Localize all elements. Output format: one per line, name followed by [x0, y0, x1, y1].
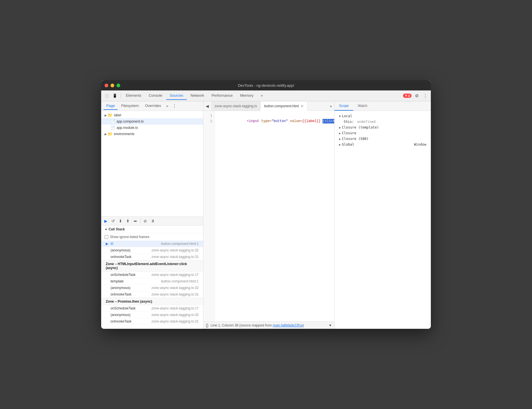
call-stack-row-anonymous-2[interactable]: ▶ (anonymous) zone-async-stack-tagging.t… — [101, 285, 203, 291]
minimize-button[interactable] — [111, 84, 114, 87]
tab-memory[interactable]: Memory — [237, 92, 257, 100]
zone-separator-htmlinput: Zone – HTMLInputElement.addEventListener… — [101, 260, 203, 272]
maximize-button[interactable] — [117, 84, 120, 87]
scope-closure-template-label: Closure (template) — [342, 125, 379, 129]
scope-global[interactable]: ▶ Global Window — [334, 142, 431, 147]
arrow-indicator-template: ▶ — [106, 279, 108, 283]
device-toolbar[interactable]: 📱 — [111, 92, 119, 99]
call-stack-row-i0[interactable]: ▶ i0 button.component.html:1 — [101, 241, 203, 247]
source-map-link[interactable]: main.fa8bfa0e23f1e — [273, 323, 303, 327]
call-stack-row-template[interactable]: ▶ template button.component.html:1 — [101, 278, 203, 285]
scope-closure[interactable]: ▶ Closure — [334, 130, 431, 136]
editor-tab-zone-tagging-label: zone-async-stack-tagging.ts — [215, 104, 257, 108]
deactivate-breakpoints-button[interactable]: ⊘ — [142, 218, 148, 224]
left-panel: Page Filesystem Overrides » ⋮ ▶ 📁 label … — [101, 101, 203, 329]
sub-tab-more[interactable]: » — [165, 103, 170, 109]
call-stack-panel: ▼ Call Stack Show ignore-listed frames ▶… — [101, 226, 203, 329]
sub-tab-filesystem[interactable]: Filesystem — [118, 102, 142, 110]
call-stack-row-oninvoketask-1[interactable]: ▶ onInvokeTask zone-async-stack-tagging.… — [101, 254, 203, 260]
window-title: DevTools - ng-devtools.netlify.app/ — [238, 83, 294, 88]
settings-button[interactable]: ⚙ — [414, 92, 420, 100]
row-file-i0: button.component.html:1 — [161, 242, 199, 246]
code-attr-value: value= — [288, 119, 302, 123]
scope-closure-template[interactable]: ▶ Closure (template) — [334, 125, 431, 130]
call-stack-row-onscheduletask-2[interactable]: ▶ onScheduleTask zone-async-stack-taggin… — [101, 305, 203, 312]
step-button[interactable]: ➡ — [132, 218, 138, 224]
arrow-indicator-invoke1: ▶ — [106, 255, 108, 259]
tab-performance[interactable]: Performance — [208, 92, 236, 100]
editor-tab-button-component-label: button.component.html — [264, 104, 299, 108]
ignore-frames-checkbox[interactable] — [105, 235, 108, 239]
call-stack-row-onscheduletask-1[interactable]: ▶ onScheduleTask zone-async-stack-taggin… — [101, 272, 203, 278]
row-file-anonymous-2: zone-async-stack-tagging.ts:32 — [151, 286, 199, 290]
code-editor[interactable]: <input type="button" value={{label}} (cl… — [215, 111, 334, 321]
scope-local-header[interactable]: ▼ Local — [334, 113, 431, 119]
arrow-indicator-schedule1: ▶ — [106, 273, 108, 277]
call-stack-row-oninvoketask-3[interactable]: ▶ onInvokeTask zone-async-stack-tagging.… — [101, 318, 203, 325]
editor-tab-button-component[interactable]: button.component.html ✕ — [261, 102, 307, 111]
debug-toolbar: ▶ ↺ ⬇ ⬆ ➡ ⊘ ⏸ — [101, 216, 203, 226]
scope-global-arrow: ▶ — [339, 143, 341, 146]
tab-elements[interactable]: Elements — [122, 92, 145, 100]
editor-more-button[interactable]: » — [327, 104, 334, 108]
toolbar-divider-1 — [120, 93, 121, 99]
scope-closure-template-arrow: ▶ — [339, 126, 341, 129]
pause-on-exceptions-button[interactable]: ⏸ — [149, 218, 156, 224]
editor-tab-zone-tagging[interactable]: zone-async-stack-tagging.ts — [211, 101, 261, 111]
call-stack-row-anonymous-3[interactable]: ▶ (anonymous) zone-async-stack-tagging.t… — [101, 312, 203, 318]
row-name-oninvoketask-3: onInvokeTask — [111, 319, 131, 323]
close-button[interactable] — [105, 84, 108, 87]
row-name-i0: i0 — [111, 242, 113, 246]
device-icon: 📱 — [113, 94, 117, 98]
row-file-template: button.component.html:1 — [161, 279, 199, 283]
inspector-tool[interactable]: ⬚ — [103, 92, 110, 99]
file-tree-item-app-component[interactable]: 📄 app.component.ts — [101, 118, 203, 125]
file-icon-app-module: 📄 — [110, 125, 115, 130]
tab-network[interactable]: Network — [187, 92, 208, 100]
sub-tab-overrides[interactable]: Overrides — [142, 102, 164, 110]
main-toolbar: ⬚ 📱 Elements Console Sources Network Per… — [101, 90, 431, 101]
sub-tab-page[interactable]: Page — [103, 102, 118, 110]
row-name-oninvoketask-1: onInvokeTask — [111, 255, 131, 259]
call-stack-row-anonymous-1[interactable]: ▶ (anonymous) zone-async-stack-tagging.t… — [101, 247, 203, 254]
tab-more[interactable]: » — [257, 92, 266, 100]
code-attr-type: type= — [261, 119, 271, 123]
file-tree-item-app-module[interactable]: 📄 app.module.ts — [101, 125, 203, 131]
row-file-onscheduletask-1: zone-async-stack-tagging.ts:17 — [151, 273, 199, 277]
code-angular-binding: {{label}} — [302, 119, 321, 123]
error-count: 2 — [408, 94, 410, 98]
pretty-print-icon[interactable]: {} — [206, 323, 208, 328]
scope-closure-580-label: Closure (580) — [342, 137, 369, 141]
scope-closure-580[interactable]: ▶ Closure (580) — [334, 136, 431, 142]
editor-prev-button[interactable]: ◀ — [203, 101, 211, 111]
expand-arrow-icon-env: ▶ — [105, 133, 107, 136]
step-over-button[interactable]: ↺ — [110, 218, 116, 224]
scope-local-label: Local — [342, 114, 352, 118]
tab-sources[interactable]: Sources — [166, 92, 187, 100]
step-out-button[interactable]: ⬆ — [125, 218, 131, 224]
resume-button[interactable]: ▶ — [103, 218, 109, 224]
debug-divider — [140, 218, 140, 224]
line-num-1: 1 — [203, 113, 215, 119]
scope-closure-label: Closure — [342, 131, 356, 135]
step-into-button[interactable]: ⬇ — [117, 218, 124, 224]
code-tag-open: <input — [247, 119, 261, 123]
row-file-anonymous-3: zone-async-stack-tagging.ts:32 — [151, 313, 199, 317]
scope-tab-watch[interactable]: Watch — [353, 101, 372, 111]
row-name-anonymous-1: (anonymous) — [111, 248, 130, 252]
status-close-paren: ) — [303, 323, 304, 327]
scope-tab-scope[interactable]: Scope — [334, 101, 353, 111]
more-options-button[interactable]: ⋮ — [422, 92, 429, 100]
status-dropdown-icon[interactable]: ▼ — [329, 323, 332, 327]
sub-toolbar-kebab[interactable]: ⋮ — [171, 102, 178, 110]
file-tree-item-label-folder[interactable]: ▶ 📁 label — [101, 112, 203, 118]
file-tree-item-environments-folder[interactable]: ▶ 📁 environments — [101, 131, 203, 137]
close-tab-button[interactable]: ✕ — [300, 104, 304, 108]
tab-console[interactable]: Console — [145, 92, 166, 100]
error-badge[interactable]: ✕ 2 — [403, 94, 412, 98]
folder-environments-name: environments — [114, 132, 134, 136]
call-stack-row-oninvoketask-2[interactable]: ▶ onInvokeTask zone-async-stack-tagging.… — [101, 291, 203, 298]
line-num-2: 2 — [203, 119, 215, 124]
code-line-2 — [218, 130, 331, 135]
cursor-icon: ⬚ — [105, 94, 109, 98]
